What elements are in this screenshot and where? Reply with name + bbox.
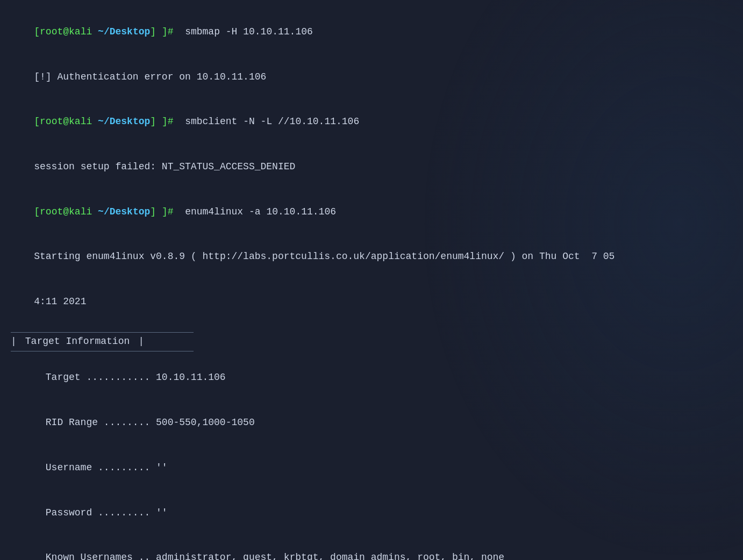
username-line: Username ......... '' — [11, 446, 732, 491]
prompt-at-3: @ — [63, 206, 69, 217]
cmd-line-3: [root@kali ~/Desktop] ]# enum4linux -a 1… — [11, 190, 732, 235]
rid-range-line: RID Range ........ 500-550,1000-1050 — [11, 400, 732, 446]
output-text-3: Starting enum4linux v0.8.9 ( http://labs… — [34, 251, 615, 262]
terminal-window: [root@kali ~/Desktop] ]# smbmap -H 10.10… — [11, 10, 732, 560]
output-text-4: 4:11 2021 — [34, 296, 86, 307]
divider-top-target — [11, 332, 194, 333]
prompt-path-1: ~/Desktop — [98, 26, 150, 37]
username-value: '' — [156, 462, 168, 473]
output-line-1: [!] Authentication error on 10.10.11.106 — [11, 55, 732, 100]
cmd-text-1: smbmap -H 10.10.11.106 — [185, 26, 313, 37]
prompt-user-3: root — [40, 206, 63, 217]
known-usernames-label: Known Usernames .. — [46, 552, 156, 560]
bracket-close-3: ] — [150, 206, 156, 217]
bracket-open-1: [ — [34, 26, 40, 37]
cmd-line-1: [root@kali ~/Desktop] ]# smbmap -H 10.10… — [11, 10, 732, 55]
prompt-hash-3: ]# — [156, 206, 179, 217]
password-value: '' — [156, 507, 168, 518]
prompt-host-2: kali — [69, 116, 92, 127]
target-label: Target ........... — [46, 372, 156, 383]
prompt-at-1: @ — [63, 26, 69, 37]
username-label: Username ......... — [46, 462, 156, 473]
password-line: Password ......... '' — [11, 491, 732, 536]
prompt-hash-1: ]# — [156, 26, 179, 37]
bracket-close-2: ] — [150, 116, 156, 127]
target-info-block: Target ........... 10.10.11.106 RID Rang… — [11, 356, 732, 560]
known-usernames-value: administrator, guest, krbtgt, domain adm… — [156, 552, 504, 560]
prompt-user-1: root — [40, 26, 63, 37]
bracket-open-3: [ — [34, 206, 40, 217]
target-section-divider: | Target Information | — [11, 332, 732, 351]
rid-value: 500-550,1000-1050 — [156, 417, 255, 428]
known-usernames-line: Known Usernames .. administrator, guest,… — [11, 535, 732, 560]
cmd-line-2: [root@kali ~/Desktop] ]# smbclient -N -L… — [11, 99, 732, 145]
password-label: Password ......... — [46, 507, 156, 518]
target-section-header: | Target Information | — [11, 334, 732, 349]
prompt-host-3: kali — [69, 206, 92, 217]
pipe-right-target: | — [138, 334, 144, 349]
output-line-4: 4:11 2021 — [11, 279, 732, 325]
prompt-path-2: ~/Desktop — [98, 116, 150, 127]
rid-label: RID Range ........ — [46, 417, 156, 428]
target-line: Target ........... 10.10.11.106 — [11, 356, 732, 401]
output-text-2: session setup failed: NT_STATUS_ACCESS_D… — [34, 161, 295, 172]
prompt-at-2: @ — [63, 116, 69, 127]
pipe-left-target: | — [11, 334, 17, 349]
prompt-user-2: root — [40, 116, 63, 127]
cmd-text-2: smbclient -N -L //10.10.11.106 — [185, 116, 359, 127]
cmd-text-3: enum4linux -a 10.10.11.106 — [185, 206, 336, 217]
divider-bottom-target — [11, 351, 194, 351]
bracket-close-1: ] — [150, 26, 156, 37]
output-text-1: [!] Authentication error on 10.10.11.106 — [34, 71, 266, 82]
output-line-3: Starting enum4linux v0.8.9 ( http://labs… — [11, 234, 732, 279]
target-section-title: Target Information — [19, 334, 136, 349]
bracket-open-2: [ — [34, 116, 40, 127]
prompt-path-3: ~/Desktop — [98, 206, 150, 217]
output-line-2: session setup failed: NT_STATUS_ACCESS_D… — [11, 145, 732, 190]
target-value: 10.10.11.106 — [156, 372, 226, 383]
prompt-host-1: kali — [69, 26, 92, 37]
prompt-hash-2: ]# — [156, 116, 179, 127]
